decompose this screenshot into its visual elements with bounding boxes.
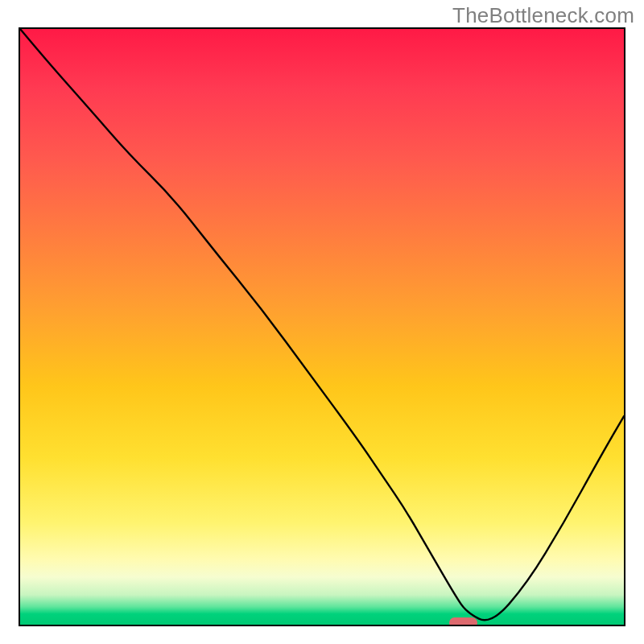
- plot-frame: [19, 27, 625, 626]
- optimal-zone-marker: [449, 617, 477, 626]
- watermark-text: TheBottleneck.com: [452, 3, 634, 28]
- chart-container: TheBottleneck.com: [0, 0, 644, 644]
- bottleneck-curve: [20, 29, 624, 625]
